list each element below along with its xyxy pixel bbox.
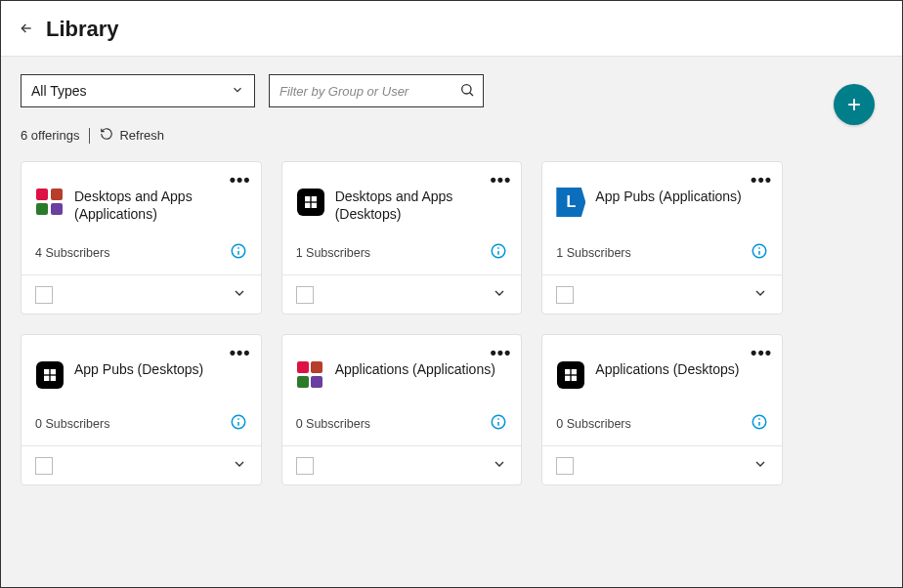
svg-rect-15 (572, 369, 577, 374)
offering-card: •••App Pubs (Desktops)0 Subscribers (21, 334, 262, 485)
select-checkbox[interactable] (35, 457, 53, 475)
offering-card: •••Desktops and Apps (Applications)4 Sub… (21, 161, 262, 315)
svg-rect-3 (311, 196, 316, 201)
info-icon[interactable] (230, 242, 247, 263)
card-grid: •••Desktops and Apps (Applications)4 Sub… (21, 161, 783, 485)
svg-rect-10 (44, 376, 49, 381)
offering-card: •••LApp Pubs (Applications)1 Subscribers (541, 161, 783, 315)
offerings-count: 6 offerings (21, 128, 79, 143)
subscribers-label: 1 Subscribers (556, 246, 630, 260)
expand-button[interactable] (232, 456, 247, 475)
card-sub: 0 Subscribers (282, 403, 522, 445)
svg-rect-14 (565, 369, 570, 374)
apps-icon (297, 361, 324, 389)
plus-icon: + (847, 91, 861, 118)
card-footer (22, 274, 261, 314)
subscribers-label: 0 Subscribers (35, 417, 109, 431)
select-checkbox[interactable] (556, 457, 574, 475)
card-footer (542, 445, 782, 484)
expand-button[interactable] (492, 456, 507, 475)
expand-button[interactable] (232, 285, 247, 304)
card-menu-button[interactable]: ••• (751, 170, 772, 190)
card-header: •••Desktops and Apps (Desktops) (282, 162, 522, 232)
svg-rect-4 (305, 203, 310, 208)
svg-point-0 (462, 84, 471, 93)
card-title: Applications (Desktops) (595, 360, 739, 378)
info-icon[interactable] (490, 242, 507, 263)
card-icon (556, 360, 585, 390)
svg-rect-5 (311, 203, 316, 208)
card-icon (296, 188, 325, 217)
back-icon[interactable] (19, 21, 34, 39)
card-header: •••Desktops and Apps (Applications) (22, 162, 261, 232)
svg-rect-2 (305, 196, 310, 201)
select-checkbox[interactable] (296, 457, 314, 475)
card-menu-button[interactable]: ••• (230, 170, 251, 190)
offering-card: •••Applications (Desktops)0 Subscribers (541, 334, 783, 485)
subscribers-label: 1 Subscribers (296, 246, 370, 260)
meta-row: 6 offerings Refresh (21, 127, 882, 144)
subscribers-label: 0 Subscribers (296, 417, 370, 431)
filter-input-wrap (269, 74, 484, 107)
refresh-button[interactable]: Refresh (100, 127, 164, 144)
card-title: Applications (Applications) (335, 360, 495, 378)
select-checkbox[interactable] (35, 286, 53, 304)
card-footer (282, 445, 522, 484)
type-filter-label: All Types (31, 83, 87, 99)
card-title: Desktops and Apps (Applications) (74, 188, 247, 223)
expand-button[interactable] (492, 285, 507, 304)
card-icon (35, 188, 64, 217)
info-icon[interactable] (230, 413, 247, 434)
windows-icon (297, 189, 324, 216)
card-header: •••LApp Pubs (Applications) (542, 162, 782, 231)
offering-card: •••Applications (Applications)0 Subscrib… (281, 334, 523, 485)
page-title: Library (46, 17, 119, 42)
svg-rect-17 (572, 376, 577, 381)
svg-rect-11 (51, 376, 56, 381)
refresh-icon (100, 127, 113, 144)
expand-button[interactable] (752, 456, 768, 475)
card-menu-button[interactable]: ••• (490, 170, 511, 190)
info-icon[interactable] (751, 413, 768, 434)
svg-rect-16 (565, 376, 570, 381)
card-title: App Pubs (Desktops) (74, 360, 203, 378)
search-icon[interactable] (459, 82, 475, 101)
app-frame: Library All Types 6 offerings (0, 0, 903, 588)
card-header: •••Applications (Applications) (282, 335, 522, 403)
refresh-label: Refresh (119, 128, 164, 143)
windows-icon (36, 361, 64, 389)
card-icon (296, 360, 325, 390)
card-header: •••App Pubs (Desktops) (22, 335, 261, 403)
chevron-down-icon (231, 83, 244, 100)
card-footer (282, 274, 522, 314)
select-checkbox[interactable] (296, 286, 314, 304)
info-icon[interactable] (751, 242, 768, 263)
card-icon: L (556, 188, 585, 217)
card-menu-button[interactable]: ••• (490, 343, 511, 363)
card-sub: 4 Subscribers (22, 232, 261, 274)
offering-card: •••Desktops and Apps (Desktops)1 Subscri… (281, 161, 523, 315)
meta-divider (89, 128, 90, 144)
add-button[interactable]: + (834, 84, 875, 125)
subscribers-label: 4 Subscribers (35, 246, 109, 260)
card-sub: 1 Subscribers (282, 232, 522, 274)
card-title: App Pubs (Applications) (595, 188, 741, 205)
apps-icon (36, 189, 64, 216)
card-menu-button[interactable]: ••• (230, 343, 251, 363)
card-title: Desktops and Apps (Desktops) (335, 188, 508, 223)
logo-l-icon: L (556, 188, 585, 217)
info-icon[interactable] (490, 413, 507, 434)
card-footer (22, 445, 261, 484)
svg-rect-9 (51, 369, 56, 374)
card-menu-button[interactable]: ••• (751, 343, 772, 363)
card-footer (542, 274, 782, 314)
type-filter-select[interactable]: All Types (21, 74, 255, 107)
select-checkbox[interactable] (556, 286, 574, 304)
filter-input[interactable] (280, 84, 459, 99)
card-sub: 0 Subscribers (542, 403, 782, 445)
card-sub: 0 Subscribers (22, 403, 261, 445)
card-header: •••Applications (Desktops) (542, 335, 782, 403)
page-header: Library (1, 1, 902, 56)
svg-rect-8 (44, 369, 49, 374)
expand-button[interactable] (752, 285, 768, 304)
